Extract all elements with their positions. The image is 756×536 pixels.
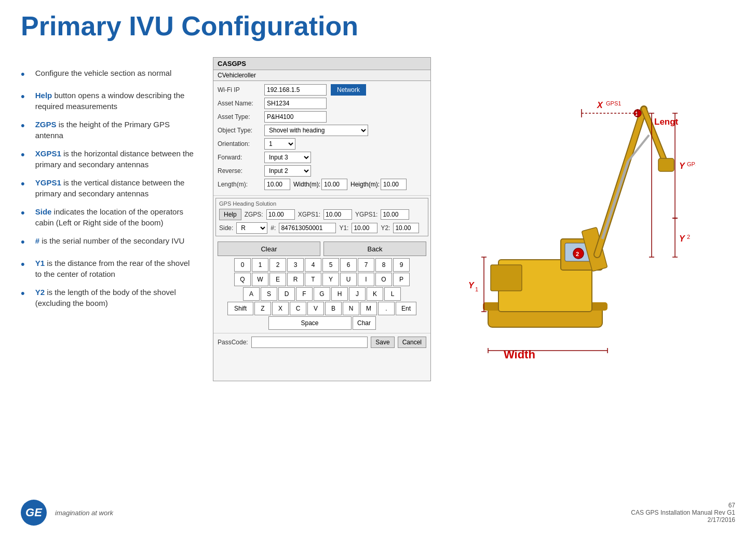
- reverse-select[interactable]: Input 2: [264, 165, 311, 177]
- object-type-select[interactable]: Shovel with heading: [264, 125, 368, 136]
- svg-text:1: 1: [475, 286, 478, 292]
- key-0[interactable]: 0: [234, 258, 251, 272]
- svg-rect-11: [658, 158, 674, 171]
- key-v[interactable]: V: [307, 302, 324, 315]
- asset-name-label: Asset Name:: [218, 100, 264, 107]
- key-e[interactable]: E: [269, 273, 286, 286]
- key-r[interactable]: R: [287, 273, 304, 286]
- y1-input[interactable]: [352, 223, 377, 233]
- orientation-select[interactable]: 1: [264, 138, 295, 150]
- keyboard-row-3: Shift Z X C V B N M . Ent: [218, 302, 426, 315]
- bullet-dot: •: [21, 89, 25, 105]
- key-4[interactable]: 4: [305, 258, 321, 272]
- help-button[interactable]: Help: [219, 209, 241, 220]
- svg-text:Y: Y: [679, 234, 685, 243]
- key-t[interactable]: T: [305, 273, 321, 286]
- cancel-button[interactable]: Cancel: [398, 337, 426, 348]
- bullet-dot: •: [21, 66, 25, 83]
- key-2[interactable]: 2: [269, 258, 286, 272]
- key-5[interactable]: 5: [322, 258, 339, 272]
- key-b[interactable]: B: [325, 302, 342, 315]
- key-j[interactable]: J: [349, 287, 366, 301]
- key-9[interactable]: 9: [393, 258, 410, 272]
- keyboard-row-2: A S D F G H J K L: [218, 287, 426, 301]
- clear-button[interactable]: Clear: [218, 242, 320, 256]
- passcode-row: PassCode: Save Cancel: [213, 333, 430, 351]
- reverse-row: Reverse: Input 2: [218, 165, 426, 177]
- key-f[interactable]: F: [296, 287, 313, 301]
- list-item-text: Configure the vehicle section as normal: [35, 68, 172, 78]
- width-input[interactable]: [321, 179, 347, 190]
- key-1[interactable]: 1: [252, 258, 268, 272]
- wifi-input[interactable]: [264, 84, 327, 96]
- key-q[interactable]: Q: [234, 273, 251, 286]
- xgps1-label: XGPS1:: [298, 211, 320, 218]
- forward-select[interactable]: Input 3: [264, 152, 311, 163]
- keyboard-section: Clear Back 0 1 2 3 4 5 6 7 8 9: [213, 238, 430, 333]
- form-section-network: Wi-Fi IP Network Asset Name: Asset Type:…: [213, 81, 430, 196]
- passcode-input[interactable]: [251, 337, 368, 348]
- key-8[interactable]: 8: [375, 258, 392, 272]
- key-dot[interactable]: .: [378, 302, 395, 315]
- list-item: • # is the serial number of the secondar…: [21, 235, 197, 250]
- y2-input[interactable]: [393, 223, 419, 233]
- hash-input[interactable]: [279, 223, 336, 233]
- key-w[interactable]: W: [252, 273, 268, 286]
- side-select[interactable]: R: [236, 222, 267, 234]
- svg-text:GPS1: GPS1: [606, 100, 621, 106]
- key-o[interactable]: O: [375, 273, 392, 286]
- key-c[interactable]: C: [290, 302, 306, 315]
- zgps-input[interactable]: [266, 209, 295, 220]
- height-input[interactable]: [381, 179, 407, 190]
- key-l[interactable]: L: [384, 287, 401, 301]
- key-x[interactable]: X: [272, 302, 289, 315]
- key-a[interactable]: A: [243, 287, 260, 301]
- list-item-text: Y2 is the length of the body of the shov…: [35, 287, 197, 309]
- key-space[interactable]: Space: [268, 316, 352, 330]
- ygps1-input[interactable]: [381, 209, 409, 220]
- list-item-text: Y1 is the distance from the rear of the …: [35, 258, 197, 279]
- key-n[interactable]: N: [343, 302, 359, 315]
- object-type-label: Object Type:: [218, 127, 264, 134]
- key-m[interactable]: M: [360, 302, 377, 315]
- svg-text:2: 2: [576, 251, 579, 257]
- list-item: • Y1 is the distance from the rear of th…: [21, 258, 197, 279]
- bullet-dot: •: [21, 257, 25, 273]
- asset-type-input[interactable]: [264, 111, 327, 123]
- key-h[interactable]: H: [331, 287, 348, 301]
- asset-type-row: Asset Type:: [218, 111, 426, 123]
- network-button[interactable]: Network: [331, 84, 366, 96]
- svg-text:2: 2: [687, 234, 690, 240]
- key-u[interactable]: U: [340, 273, 357, 286]
- key-p[interactable]: P: [393, 273, 410, 286]
- passcode-label: PassCode:: [218, 339, 248, 346]
- length-label: Length(m):: [218, 181, 264, 188]
- key-enter[interactable]: Ent: [396, 302, 416, 315]
- key-s[interactable]: S: [261, 287, 277, 301]
- key-char[interactable]: Char: [353, 316, 376, 330]
- key-i[interactable]: I: [358, 273, 374, 286]
- key-d[interactable]: D: [278, 287, 295, 301]
- key-y[interactable]: Y: [322, 273, 339, 286]
- back-button[interactable]: Back: [323, 242, 426, 256]
- svg-text:GPS1: GPS1: [687, 161, 696, 167]
- key-7[interactable]: 7: [358, 258, 374, 272]
- footer-left: GE imagination at work: [21, 500, 113, 526]
- list-item: • Side indicates the location of the ope…: [21, 206, 197, 228]
- panel-title: CASGPS: [213, 58, 430, 70]
- key-6[interactable]: 6: [340, 258, 357, 272]
- gps-section: GPS Heading Solution Help ZGPS: XGPS1: Y…: [215, 198, 428, 236]
- key-k[interactable]: K: [367, 287, 383, 301]
- xgps1-input[interactable]: [323, 209, 352, 220]
- key-z[interactable]: Z: [254, 302, 271, 315]
- length-input[interactable]: [264, 179, 290, 190]
- key-shift[interactable]: Shift: [227, 302, 253, 315]
- list-item-text: # is the serial number of the secondary …: [35, 235, 185, 246]
- key-3[interactable]: 3: [287, 258, 304, 272]
- list-item: • Configure the vehicle section as norma…: [21, 68, 197, 83]
- save-button[interactable]: Save: [371, 337, 394, 348]
- svg-text:X: X: [597, 101, 603, 110]
- key-g[interactable]: G: [314, 287, 330, 301]
- asset-name-row: Asset Name:: [218, 98, 426, 109]
- asset-name-input[interactable]: [264, 98, 327, 109]
